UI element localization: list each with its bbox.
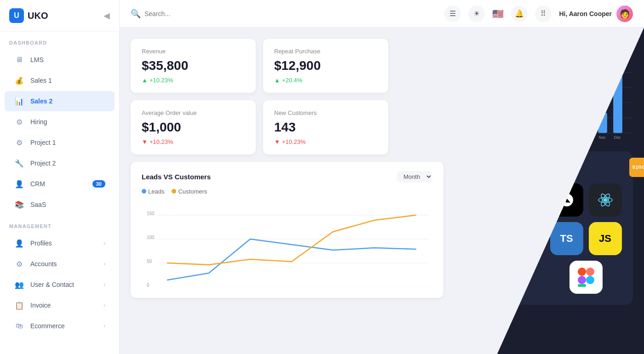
stat-card-3: New Customers 143 +10.23% bbox=[263, 100, 388, 154]
sidebar-sales2-label: Sales 2 bbox=[30, 97, 52, 105]
stat-arrow-3 bbox=[274, 138, 280, 145]
stat-value-3: 143 bbox=[274, 120, 377, 135]
avatar: 🧑 bbox=[616, 6, 633, 22]
stat-card-0: Revenue $35,800 +10.23% bbox=[131, 39, 256, 93]
stat-value-2: $1,000 bbox=[142, 120, 245, 135]
main-area: 🔍 ☰ ☀ 🇺🇸 🔔 ⠿ Hi, Aaron Cooper 🧑 Revenue … bbox=[120, 0, 644, 354]
stat-change-2: +10.23% bbox=[142, 138, 245, 145]
sidebar-item-profiles[interactable]: 👤Profiles› bbox=[5, 233, 115, 253]
stat-label-3: New Customers bbox=[274, 109, 377, 116]
sidebar-ecommerce-icon: 🛍 bbox=[14, 320, 25, 331]
sidebar-invoice-label: Invoice bbox=[30, 302, 51, 309]
language-flag[interactable]: 🇺🇸 bbox=[492, 8, 504, 19]
sidebar-ecommerce-chevron: › bbox=[104, 323, 105, 329]
user-greeting: Hi, Aaron Cooper bbox=[559, 10, 612, 17]
sidebar-item-sales1[interactable]: 💰Sales 1 bbox=[5, 70, 115, 91]
sidebar-item-ecommerce[interactable]: 🛍Ecommerce› bbox=[5, 316, 115, 336]
svg-text:0: 0 bbox=[147, 283, 150, 287]
react-logo bbox=[589, 183, 622, 217]
sidebar-logo: U UKO ◀ bbox=[0, 0, 119, 32]
sidebar-accounts-label: Accounts bbox=[30, 260, 57, 268]
sidebar-item-user-contact[interactable]: 👥User & Contact› bbox=[5, 274, 115, 295]
sidebar-project2-label: Project 2 bbox=[30, 160, 56, 167]
leads-legend-item: Leads bbox=[142, 188, 164, 195]
layouts-tab[interactable]: Layouts bbox=[629, 158, 644, 177]
leads-chart-legend: Leads Customers bbox=[142, 188, 432, 195]
sidebar-profiles-label: Profiles bbox=[30, 240, 52, 247]
stat-card-2: Average Order value $1,000 +10.23% bbox=[131, 100, 256, 154]
sidebar-project1-label: Project 1 bbox=[30, 139, 56, 146]
sidebar-user-contact-chevron: › bbox=[104, 281, 105, 288]
leads-period-select[interactable]: Month Week Year bbox=[397, 171, 432, 183]
typescript-logo: TS bbox=[550, 222, 583, 255]
leads-line-chart: 0 50 100 150 Sat Sun Mon Tue Wed Thu bbox=[142, 195, 432, 287]
stat-card-1: Repeat Purchase $12,900 +20.4% bbox=[263, 39, 388, 93]
sidebar-item-invoice[interactable]: 📋Invoice› bbox=[5, 295, 115, 315]
svg-text:100: 100 bbox=[147, 235, 155, 240]
sidebar-hiring-label: Hiring bbox=[30, 118, 47, 126]
stat-value-1: $12,900 bbox=[274, 58, 377, 73]
sidebar-user-contact-icon: 👥 bbox=[14, 279, 25, 290]
sidebar-item-project2[interactable]: 🔧Project 2 bbox=[5, 153, 115, 173]
logo: U UKO bbox=[9, 8, 48, 23]
sidebar-accounts-chevron: › bbox=[104, 261, 105, 267]
search-input[interactable] bbox=[144, 10, 236, 17]
stat-label-2: Average Order value bbox=[142, 109, 245, 116]
stat-arrow-0 bbox=[142, 77, 148, 84]
figma-logo bbox=[569, 261, 603, 294]
leads-chart-card: Leads VS Customers Month Week Year Leads… bbox=[131, 162, 443, 298]
sidebar-crm-icon: 👤 bbox=[14, 178, 25, 189]
sidebar-item-hiring[interactable]: ⚙Hiring bbox=[5, 112, 115, 132]
sidebar-item-project1[interactable]: ⚙Project 1 bbox=[5, 132, 115, 153]
sidebar-invoice-chevron: › bbox=[104, 302, 105, 308]
stat-label-0: Revenue bbox=[142, 48, 245, 55]
sidebar-profiles-chevron: › bbox=[104, 240, 105, 246]
sidebar-crm-badge: 30 bbox=[92, 180, 105, 188]
sidebar-project2-icon: 🔧 bbox=[14, 158, 25, 169]
customers-legend-item: Customers bbox=[172, 188, 207, 195]
search-icon: 🔍 bbox=[131, 9, 141, 19]
svg-text:Dec: Dec bbox=[614, 136, 621, 140]
stat-value-0: $35,800 bbox=[142, 58, 245, 73]
svg-rect-58 bbox=[586, 268, 594, 276]
sidebar-lms-label: LMS bbox=[30, 56, 44, 63]
sidebar-hiring-icon: ⚙ bbox=[14, 116, 25, 127]
svg-point-61 bbox=[586, 276, 594, 284]
leads-chart-title: Leads VS Customers bbox=[142, 173, 211, 181]
svg-text:150: 150 bbox=[147, 211, 155, 216]
sidebar-sales1-label: Sales 1 bbox=[30, 77, 52, 84]
sidebar-item-saas[interactable]: 📚SaaS bbox=[5, 194, 115, 215]
user-menu[interactable]: Hi, Aaron Cooper 🧑 bbox=[559, 6, 633, 22]
svg-rect-57 bbox=[578, 268, 586, 276]
sidebar-profiles-icon: 👤 bbox=[14, 238, 25, 249]
sidebar-invoice-icon: 📋 bbox=[14, 300, 25, 311]
stat-change-0: +10.23% bbox=[142, 77, 245, 84]
sidebar-crm-label: CRM bbox=[30, 180, 45, 188]
sidebar-project1-icon: ⚙ bbox=[14, 137, 25, 148]
sidebar-section-label: MANAGEMENT bbox=[0, 215, 119, 233]
notifications-button[interactable]: 🔔 bbox=[511, 6, 528, 22]
customers-legend-dot bbox=[172, 189, 176, 194]
sidebar-item-accounts[interactable]: ⚙Accounts› bbox=[5, 254, 115, 274]
stats-grid: Revenue $35,800 +10.23% Repeat Purchase … bbox=[131, 39, 388, 154]
sidebar-sales1-icon: 💰 bbox=[14, 75, 25, 86]
stat-label-1: Repeat Purchase bbox=[274, 48, 377, 55]
apps-button[interactable]: ⠿ bbox=[535, 6, 552, 22]
sidebar-item-crm[interactable]: 👤CRM30 bbox=[5, 174, 115, 194]
sidebar-section-label: DASHBOARD bbox=[0, 32, 119, 49]
menu-button[interactable]: ☰ bbox=[444, 6, 461, 22]
stat-change-1: +20.4% bbox=[274, 77, 377, 84]
theme-toggle-button[interactable]: ☀ bbox=[468, 6, 485, 22]
sidebar-item-lms[interactable]: 🖥LMS bbox=[5, 50, 115, 70]
leads-legend-dot bbox=[142, 189, 146, 194]
sidebar-sales2-icon: 📊 bbox=[14, 96, 25, 107]
sidebar-item-sales2[interactable]: 📊Sales 2 bbox=[5, 91, 115, 111]
stat-change-3: +10.23% bbox=[274, 138, 377, 145]
leads-chart-header: Leads VS Customers Month Week Year bbox=[142, 171, 432, 183]
javascript-logo: JS bbox=[589, 222, 622, 255]
sidebar-lms-icon: 🖥 bbox=[14, 54, 25, 65]
sidebar-saas-label: SaaS bbox=[30, 201, 46, 208]
svg-text:50: 50 bbox=[147, 259, 152, 264]
logo-icon: U bbox=[9, 8, 24, 23]
sidebar-collapse-button[interactable]: ◀ bbox=[104, 11, 110, 21]
